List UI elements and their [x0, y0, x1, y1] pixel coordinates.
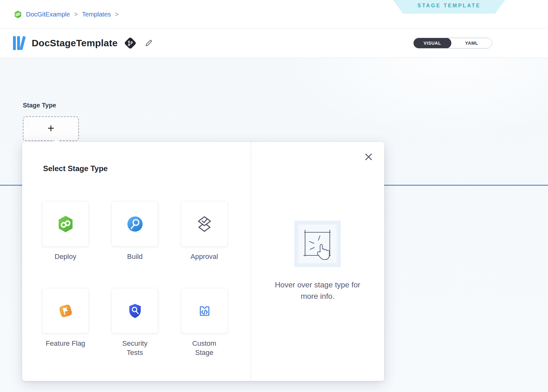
stage-card-approval[interactable]	[181, 201, 228, 247]
deploy-icon	[57, 215, 74, 233]
stage-card-feature-flag[interactable]	[42, 288, 89, 333]
stage-cell-feature-flag: Feature Flag	[42, 288, 89, 375]
approval-icon	[196, 216, 213, 232]
stage-label: Custom Stage	[184, 339, 225, 357]
build-icon	[127, 216, 143, 232]
stage-label: Deploy	[55, 252, 76, 261]
stage-cell-approval: Approval	[181, 201, 228, 288]
stage-type-info-panel: Hover over stage type for more info.	[251, 142, 384, 381]
feature-flag-icon	[57, 302, 74, 319]
stage-card-build[interactable]	[112, 201, 158, 247]
tab-visual[interactable]: VISUAL	[413, 38, 451, 48]
stage-cell-deploy: Deploy	[42, 201, 89, 288]
stage-cell-custom-stage: Custom Stage	[181, 288, 228, 375]
view-toggle: VISUAL YAML	[413, 38, 492, 48]
stage-card-security-tests[interactable]	[112, 288, 158, 333]
add-stage-button[interactable]: +	[23, 116, 79, 141]
stage-type-list-panel: Select Stage Type	[22, 142, 251, 381]
pipeline-canvas: Stage Type + Select Stage Type	[0, 58, 548, 392]
breadcrumb-templates-link[interactable]: Templates	[82, 11, 111, 18]
close-popover-button[interactable]	[364, 152, 373, 161]
stage-type-grid: Deploy Build	[42, 201, 228, 375]
breadcrumb-bar: DocGitExample > Templates > STAGE TEMPLA…	[0, 0, 548, 29]
stage-template-ribbon-label: STAGE TEMPLATE	[417, 3, 480, 9]
hover-info-illustration	[294, 221, 341, 267]
stage-card-deploy[interactable]	[42, 201, 89, 247]
security-tests-icon	[127, 303, 143, 319]
stage-card-custom-stage[interactable]	[181, 288, 228, 333]
project-icon	[14, 10, 22, 19]
hover-hint-text: Hover over stage type for more info.	[265, 279, 370, 302]
git-storage-badge-icon[interactable]	[124, 37, 137, 49]
template-library-icon	[12, 35, 27, 51]
stage-template-ribbon: STAGE TEMPLATE	[393, 0, 505, 14]
edit-title-button[interactable]	[144, 39, 153, 48]
plus-icon: +	[48, 123, 54, 134]
breadcrumb-separator: >	[115, 11, 119, 18]
tab-yaml[interactable]: YAML	[451, 38, 492, 48]
stage-cell-security-tests: Security Tests	[112, 288, 158, 375]
stage-label: Build	[127, 252, 143, 261]
page-title: DocStageTemplate	[32, 38, 118, 48]
title-bar: DocStageTemplate VISUAL YAML	[0, 29, 548, 58]
breadcrumb: DocGitExample > Templates >	[14, 0, 119, 29]
edit-pencil-icon	[144, 39, 153, 48]
breadcrumb-project-link[interactable]: DocGitExample	[26, 11, 70, 18]
select-stage-type-popover: Select Stage Type	[22, 142, 384, 381]
stage-label: Approval	[190, 252, 218, 261]
stage-template-editor: DocGitExample > Templates > STAGE TEMPLA…	[0, 0, 548, 392]
custom-stage-icon	[196, 303, 213, 319]
stage-cell-build: Build	[112, 201, 158, 288]
stage-label: Feature Flag	[46, 339, 85, 348]
stage-label: Security Tests	[114, 339, 156, 357]
popover-heading: Select Stage Type	[43, 164, 108, 173]
stage-type-label: Stage Type	[23, 102, 56, 109]
breadcrumb-separator: >	[74, 11, 78, 18]
close-icon	[364, 153, 373, 161]
